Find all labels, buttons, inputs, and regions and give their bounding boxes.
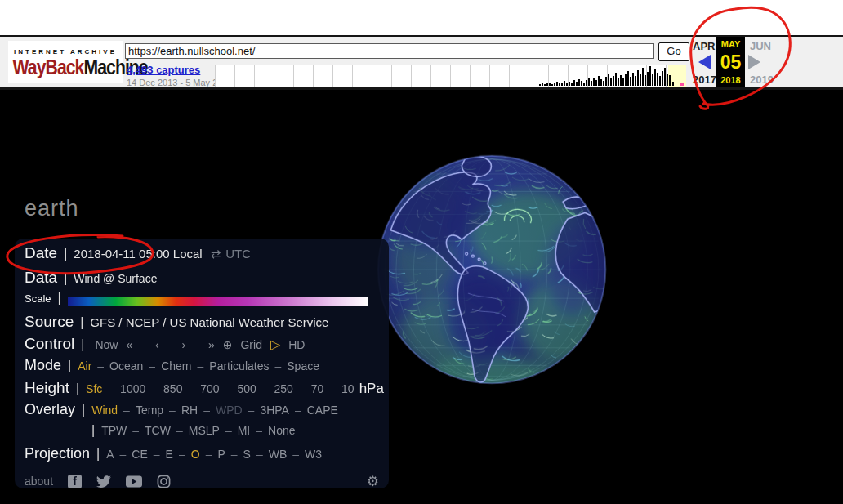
current-month: MAY	[721, 39, 740, 49]
color-scale-bar[interactable]	[68, 297, 368, 306]
wayback-logo[interactable]: INTERNET ARCHIVE WayBackMachine	[8, 41, 123, 83]
about-link[interactable]: about	[25, 475, 53, 488]
height-unit: hPa	[359, 381, 384, 397]
source-row: Source | GFS / NCEP / US National Weathe…	[25, 313, 379, 335]
histogram-highlight-bars	[669, 65, 674, 86]
scale-row: Scale |	[25, 291, 379, 313]
globe-svg	[373, 151, 610, 388]
source-label: Source	[25, 313, 74, 331]
projection-ce[interactable]: CE	[132, 448, 147, 461]
height-label: Height	[25, 379, 69, 397]
overlay-wind[interactable]: Wind	[91, 404, 118, 417]
swap-arrows-icon[interactable]: ⇄	[211, 247, 221, 261]
control-now[interactable]: Now	[95, 338, 118, 351]
projection-options: A–CE–E–O–P–S–WB–W3	[106, 448, 322, 461]
current-day: 05	[720, 54, 742, 70]
height-row: Height | Sfc–1000–850–700–500–250–70–10 …	[25, 379, 379, 401]
height-500[interactable]: 500	[237, 382, 256, 395]
overlay-mi[interactable]: MI	[238, 424, 251, 437]
projection-o[interactable]: O	[191, 448, 200, 461]
current-year: 2018	[720, 75, 740, 85]
wayback-toolbar: INTERNET ARCHIVE WayBackMachine Go 4,493…	[0, 35, 843, 90]
overlay-row-2: | TPW–TCW–MSLP–MI–None	[25, 423, 379, 445]
next-month-label: JUN	[750, 40, 771, 52]
mode-options: Air–Ocean–Chem–Particulates–Space	[78, 359, 319, 372]
height-sfc[interactable]: Sfc	[86, 382, 102, 395]
utc-toggle[interactable]: UTC	[225, 247, 251, 261]
prev-month-label[interactable]: APR	[693, 40, 715, 52]
projection-s[interactable]: S	[243, 448, 251, 461]
overlay-rh[interactable]: RH	[181, 404, 198, 417]
data-label: Data	[25, 269, 57, 287]
source-value: GFS / NCEP / US National Weather Service	[90, 315, 328, 329]
earth-menu-panel: Date | 2018-04-11 05:00 Local ⇄ UTC Data…	[15, 239, 389, 488]
control-play[interactable]: ▷	[270, 337, 280, 351]
histogram-bars	[539, 65, 668, 86]
facebook-icon[interactable]: f	[68, 475, 82, 488]
youtube-icon[interactable]	[126, 475, 142, 488]
mode-space[interactable]: Space	[287, 359, 319, 372]
control-globe-center[interactable]: ⊕	[223, 338, 233, 351]
url-input[interactable]	[125, 43, 654, 59]
gear-icon[interactable]: ⚙	[367, 473, 379, 490]
overlay-tcw[interactable]: TCW	[145, 424, 171, 437]
projection-p[interactable]: P	[217, 448, 225, 461]
height-850[interactable]: 850	[163, 382, 182, 395]
overlay-options-2: TPW–TCW–MSLP–MI–None	[101, 424, 295, 437]
captures-link[interactable]: 4,493 captures	[127, 64, 200, 76]
projection-a[interactable]: A	[106, 448, 114, 461]
scale-label: Scale	[25, 292, 51, 305]
earth-site-title: earth	[25, 196, 79, 221]
mode-chem[interactable]: Chem	[161, 359, 191, 372]
current-capture-marker	[680, 83, 684, 86]
overlay-label: Overlay	[25, 401, 75, 418]
control-fwd-step[interactable]: ›	[181, 338, 185, 351]
control-back-day[interactable]: «	[126, 338, 132, 351]
twitter-icon[interactable]	[96, 475, 111, 488]
projection-wb[interactable]: WB	[269, 448, 288, 461]
control-row: Control | Now«–‹–›–»⊕Grid▷HD	[25, 335, 379, 357]
earth-page: earth Date | 2018-04-11 05:00 Local ⇄ UT…	[0, 90, 843, 504]
mode-ocean[interactable]: Ocean	[109, 359, 143, 372]
go-button[interactable]: Go	[658, 42, 689, 61]
instagram-icon[interactable]	[157, 475, 171, 488]
overlay-row: Overlay | Wind–Temp–RH–WPD–3HPA–CAPE	[25, 401, 379, 423]
overlay-temp[interactable]: Temp	[136, 404, 163, 417]
overlay-none[interactable]: None	[268, 424, 295, 437]
overlay-tpw[interactable]: TPW	[101, 424, 127, 437]
control-dash: –	[167, 338, 174, 351]
data-row: Data | Wind @ Surface	[25, 269, 379, 291]
overlay-mslp[interactable]: MSLP	[189, 424, 220, 437]
overlay-3hpa[interactable]: 3HPA	[260, 404, 289, 417]
mode-particulates[interactable]: Particulates	[209, 359, 269, 372]
capture-histogram[interactable]	[215, 65, 686, 87]
prev-year-label[interactable]: 2017	[693, 74, 716, 86]
earth-globe[interactable]	[373, 151, 610, 388]
projection-w3[interactable]: W3	[305, 448, 322, 461]
control-hd[interactable]: HD	[288, 338, 305, 351]
next-year-label: 2019	[750, 74, 774, 86]
prev-capture-arrow-icon[interactable]	[698, 55, 711, 69]
current-capture-date[interactable]: MAY 05 2018	[716, 37, 745, 87]
control-fwd-day[interactable]: »	[208, 338, 215, 351]
projection-row: Projection | A–CE–E–O–P–S–WB–W3	[25, 445, 379, 468]
wayback-date-navigator: APR JUN MAY 05 2018 2017 2019	[690, 37, 796, 87]
projection-e[interactable]: E	[166, 448, 173, 461]
height-10[interactable]: 10	[341, 382, 355, 395]
data-value: Wind @ Surface	[74, 272, 157, 285]
control-back-step[interactable]: ‹	[155, 338, 159, 351]
height-options: Sfc–1000–850–700–500–250–70–10	[86, 382, 355, 395]
height-250[interactable]: 250	[274, 382, 293, 395]
height-1000[interactable]: 1000	[120, 382, 145, 395]
histogram-highlight-cell[interactable]	[668, 65, 686, 87]
height-700[interactable]: 700	[200, 382, 219, 395]
height-70[interactable]: 70	[311, 382, 324, 395]
mode-air[interactable]: Air	[78, 359, 91, 372]
overlay-wpd[interactable]: WPD	[216, 404, 243, 417]
overlay-cape[interactable]: CAPE	[307, 404, 338, 417]
date-value: 2018-04-11 05:00 Local	[74, 247, 202, 261]
control-grid[interactable]: Grid	[240, 338, 261, 351]
control-label: Control	[25, 335, 74, 353]
browser-top-strip	[0, 0, 843, 35]
date-label: Date	[25, 244, 57, 262]
